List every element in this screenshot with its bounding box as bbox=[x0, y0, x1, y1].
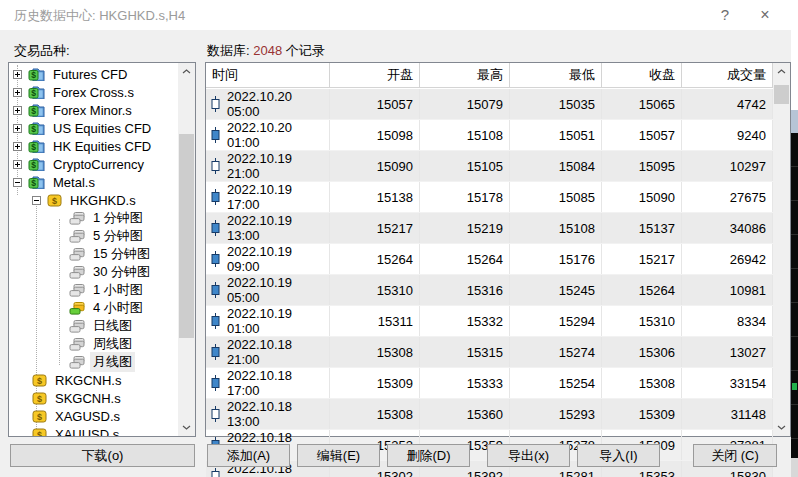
cell-close: 15217 bbox=[602, 244, 682, 274]
table-row[interactable]: 2022.10.18 17:00153091533315254153083315… bbox=[206, 368, 773, 399]
tree-item[interactable]: $XAUUSD.s bbox=[9, 425, 178, 436]
tree-item[interactable]: 5 分钟图 bbox=[9, 227, 178, 245]
column-header-high[interactable]: 最高 bbox=[420, 63, 510, 87]
tree-item-label[interactable]: XAUUSD.s bbox=[52, 426, 122, 437]
tree-item-label[interactable]: XAGUSD.s bbox=[52, 408, 123, 425]
expand-plus-icon[interactable] bbox=[13, 124, 22, 133]
tree-item-label[interactable]: Futures CFD bbox=[50, 66, 130, 83]
tree-item-label[interactable]: HK Equities CFD bbox=[50, 138, 154, 155]
column-header-open[interactable]: 开盘 bbox=[330, 63, 420, 87]
table-row[interactable]: 2022.10.18 13:00153081536015293153093114… bbox=[206, 399, 773, 430]
database-label: 数据库: 2048 个记录 bbox=[207, 42, 325, 60]
tree-item[interactable]: $Futures CFD bbox=[9, 65, 178, 83]
tree-item-label[interactable]: 15 分钟图 bbox=[90, 244, 153, 264]
tree-item-label[interactable]: 1 小时图 bbox=[90, 280, 146, 300]
add-button[interactable]: 添加(A) bbox=[207, 444, 290, 467]
cell-volume: 34086 bbox=[682, 213, 773, 243]
table-scrollbar[interactable] bbox=[773, 63, 790, 436]
expand-plus-icon[interactable] bbox=[13, 70, 22, 79]
expand-plus-icon[interactable] bbox=[13, 106, 22, 115]
expand-plus-icon[interactable] bbox=[13, 160, 22, 169]
tree-item[interactable]: $XAGUSD.s bbox=[9, 407, 178, 425]
help-icon[interactable]: ? bbox=[710, 3, 740, 27]
tree-item-label[interactable]: 周线图 bbox=[90, 334, 135, 354]
scrollbar-thumb[interactable] bbox=[179, 134, 194, 338]
tree-item[interactable]: 1 小时图 bbox=[9, 281, 178, 299]
tree-item[interactable]: $SKGCNH.s bbox=[9, 389, 178, 407]
tree-item[interactable]: 月线图 bbox=[9, 353, 178, 371]
svg-text:$: $ bbox=[31, 178, 36, 188]
import-button[interactable]: 导入(I) bbox=[577, 444, 660, 467]
tree-item-label[interactable]: 日线图 bbox=[90, 316, 135, 336]
tree-item[interactable]: 30 分钟图 bbox=[9, 263, 178, 281]
edit-button[interactable]: 编辑(E) bbox=[297, 444, 380, 467]
cell-open: 15311 bbox=[330, 306, 420, 336]
svg-text:$: $ bbox=[37, 376, 42, 386]
column-header-time[interactable]: 时间 bbox=[206, 63, 330, 87]
tree-item-label[interactable]: SKGCNH.s bbox=[52, 390, 124, 407]
cell-volume: 10297 bbox=[682, 151, 773, 181]
expand-plus-icon[interactable] bbox=[13, 142, 22, 151]
cell-volume: 13027 bbox=[682, 337, 773, 367]
delete-button[interactable]: 删除(D) bbox=[387, 444, 470, 467]
table-row[interactable]: 2022.10.20 01:00150981510815051150579240 bbox=[206, 120, 773, 151]
tree-scrollbar[interactable] bbox=[178, 63, 195, 436]
scroll-up-icon[interactable] bbox=[178, 63, 195, 80]
tree-item-label[interactable]: Forex Cross.s bbox=[50, 84, 137, 101]
table-row[interactable]: 2022.10.19 05:00153101531615245152641098… bbox=[206, 275, 773, 306]
tree-item[interactable]: $Forex Minor.s bbox=[9, 101, 178, 119]
export-button[interactable]: 导出(x) bbox=[487, 444, 570, 467]
table-row[interactable]: 2022.10.18 21:00153081531515274153061302… bbox=[206, 337, 773, 368]
tree-item-label[interactable]: 4 小时图 bbox=[90, 298, 146, 318]
collapse-minus-icon[interactable] bbox=[13, 178, 22, 187]
column-header-low[interactable]: 最低 bbox=[510, 63, 602, 87]
scrollbar-thumb[interactable] bbox=[774, 85, 789, 104]
tree-item[interactable]: 1 分钟图 bbox=[9, 209, 178, 227]
window-close-icon[interactable]: × bbox=[750, 3, 780, 27]
tree-item-label[interactable]: HKGHKD.s bbox=[67, 192, 139, 209]
table-row[interactable]: 2022.10.19 09:00152641526415176152172694… bbox=[206, 244, 773, 275]
tree-item-label[interactable]: 5 分钟图 bbox=[90, 226, 146, 246]
tree-item[interactable]: $RKGCNH.s bbox=[9, 371, 178, 389]
tree-item-label[interactable]: Forex Minor.s bbox=[50, 102, 135, 119]
tree-item[interactable]: 周线图 bbox=[9, 335, 178, 353]
table-row[interactable]: 2022.10.19 17:00151381517815085150902767… bbox=[206, 182, 773, 213]
table-row[interactable]: 2022.10.19 01:00153111533215294153108334 bbox=[206, 306, 773, 337]
tree-item-label[interactable]: 1 分钟图 bbox=[90, 208, 146, 228]
close-button[interactable]: 关闭 (C) bbox=[693, 444, 777, 467]
column-header-close[interactable]: 收盘 bbox=[602, 63, 682, 87]
tree-item-label[interactable]: US Equities CFD bbox=[50, 120, 154, 137]
tree-item-label[interactable]: Metal.s bbox=[50, 174, 98, 191]
tree-item-label[interactable]: 30 分钟图 bbox=[90, 262, 153, 282]
table-row[interactable]: 2022.10.19 13:00152171521915108151373408… bbox=[206, 213, 773, 244]
cell-time: 2022.10.19 21:00 bbox=[206, 151, 330, 181]
tree-item[interactable]: 日线图 bbox=[9, 317, 178, 335]
tree-item[interactable]: $CryptoCurrency bbox=[9, 155, 178, 173]
tree-item[interactable]: $HK Equities CFD bbox=[9, 137, 178, 155]
background-toolbar bbox=[791, 110, 798, 133]
tree-item-label[interactable]: CryptoCurrency bbox=[50, 156, 147, 173]
download-button[interactable]: 下载(o) bbox=[10, 444, 195, 467]
column-header-volume[interactable]: 成交量 bbox=[682, 63, 773, 87]
collapse-minus-icon[interactable] bbox=[32, 196, 41, 205]
cell-open: 15057 bbox=[330, 89, 420, 119]
scroll-down-icon[interactable] bbox=[773, 419, 790, 436]
table-row[interactable]: 2022.10.20 05:00150571507915035150654742 bbox=[206, 89, 773, 120]
scroll-down-icon[interactable] bbox=[178, 419, 195, 436]
db-active-icon bbox=[69, 302, 85, 315]
tree-item[interactable]: 15 分钟图 bbox=[9, 245, 178, 263]
table-row[interactable]: 2022.10.19 21:00150901510515084150951029… bbox=[206, 151, 773, 182]
tree-item[interactable]: 4 小时图 bbox=[9, 299, 178, 317]
cell-open: 15098 bbox=[330, 120, 420, 150]
tree-item[interactable]: $Metal.s bbox=[9, 173, 178, 191]
scroll-up-icon[interactable] bbox=[773, 63, 790, 80]
title-bar[interactable]: 历史数据中心: HKGHKD.s,H4 ? × bbox=[0, 0, 791, 30]
tree-item[interactable]: $US Equities CFD bbox=[9, 119, 178, 137]
tree-item-label[interactable]: RKGCNH.s bbox=[52, 372, 124, 389]
tree-item[interactable]: $Forex Cross.s bbox=[9, 83, 178, 101]
coin-icon: $ bbox=[32, 374, 47, 387]
tree-item[interactable]: $HKGHKD.s bbox=[9, 191, 178, 209]
tree-item-label[interactable]: 月线图 bbox=[90, 352, 135, 372]
coin-icon: $ bbox=[32, 392, 47, 405]
expand-plus-icon[interactable] bbox=[13, 88, 22, 97]
